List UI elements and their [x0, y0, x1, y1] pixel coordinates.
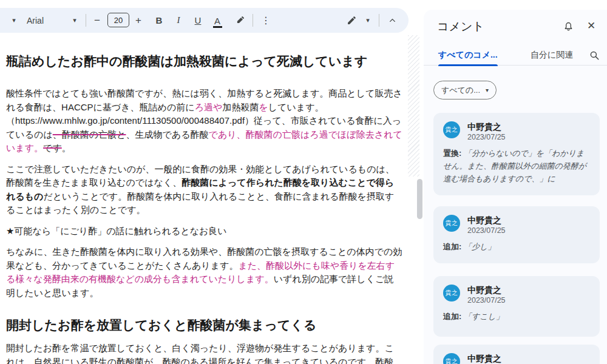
collapse-toolbar-chevron-icon[interactable]	[384, 8, 400, 33]
notifications-bell-icon[interactable]	[561, 18, 575, 33]
avatar: 貴之	[443, 285, 460, 302]
suggested-insertion: を	[259, 102, 268, 112]
formatting-toolbar: ▾ Arial ▾ − 20 + B I U A ⋮ ▾	[0, 8, 409, 33]
toolbar-overflow-caret-icon[interactable]: ▾	[8, 8, 19, 33]
avatar: 貴之	[443, 121, 460, 138]
comment-card[interactable]: 貴之 中野貴之 2023/07/25 追加: 「すこし」	[433, 276, 600, 337]
close-panel-icon[interactable]: ✕	[584, 18, 599, 33]
comment-date: 2023/07/25	[467, 296, 506, 305]
font-family-caret-icon[interactable]: ▾	[69, 8, 80, 33]
tab-all-comments[interactable]: すべてのコメ...	[438, 45, 498, 66]
tab-for-you[interactable]: 自分に関連	[531, 45, 573, 66]
doc-heading-2: 開封したお酢を放置しておくと酢酸菌が集まってくる	[6, 316, 402, 334]
avatar: 貴之	[443, 353, 460, 364]
suggested-insertion: ろ過や	[195, 102, 223, 112]
increase-font-size-button[interactable]: +	[132, 8, 145, 33]
comment-date: 2023/07/25	[467, 226, 506, 235]
bold-button[interactable]: B	[152, 8, 166, 33]
toolbar-more-options-icon[interactable]: ⋮	[259, 8, 273, 33]
comment-author: 中野貴之	[467, 122, 501, 133]
editing-mode-pencil-icon[interactable]	[344, 8, 359, 33]
comment-card[interactable]: 貴之 中野貴之	[433, 345, 600, 364]
comment-body: 追加: 「すこし」	[443, 310, 591, 323]
doc-paragraph-2: ここで注意していただきたいのが、一般的に食酢の効果・効能としてあげられているもの…	[6, 163, 402, 217]
suggested-deletion: です	[43, 143, 62, 153]
highlight-color-icon[interactable]	[232, 8, 248, 33]
search-comments-icon[interactable]	[586, 47, 602, 63]
toolbar-separator	[379, 14, 379, 27]
italic-button[interactable]: I	[171, 8, 186, 33]
document-canvas[interactable]: 瓶詰めしたお酢中の酢酸菌は加熱殺菌によって死滅しています 酸性条件ではとても強い…	[6, 52, 402, 364]
comment-author: 中野貴之	[467, 285, 501, 296]
font-size-input[interactable]: 20	[107, 13, 129, 27]
text-color-button[interactable]: A	[210, 8, 225, 33]
toolbar-separator	[253, 14, 253, 27]
doc-url-text: https://www.mhlw.go.jp/content/11130500/…	[15, 115, 245, 126]
toolbar-separator	[86, 14, 86, 27]
comment-card[interactable]: 貴之 中野貴之 2023/07/25 置換: 「分からないので」を「わかりません…	[433, 113, 600, 195]
page-edge-hatch-pattern	[408, 35, 419, 177]
doc-note-line: ★可能なら「にごり酢」の話に触れられるとなお良い	[6, 224, 402, 238]
comment-author: 中野貴之	[467, 354, 501, 364]
doc-paragraph-1: 酸性条件ではとても強い酢酸菌ですが、熱には弱く、加熱すると死滅します。商品として…	[6, 87, 402, 155]
font-family-select[interactable]: Arial	[27, 8, 57, 33]
comment-body: 追加: 「少し」	[443, 240, 591, 253]
chevron-down-icon: ▾	[486, 87, 489, 93]
decrease-font-size-button[interactable]: −	[90, 8, 104, 33]
comments-panel: コメント ✕ すべてのコメ... 自分に関連 すべての...▾ 貴之 中野貴之 …	[424, 10, 607, 364]
doc-paragraph-3: ちなみに、生きた酢酸菌を体内に取り入れる効果や、酢酸菌の亡骸を摂取することの体内…	[6, 245, 402, 300]
avatar: 貴之	[443, 215, 460, 232]
doc-heading-1: 瓶詰めしたお酢中の酢酸菌は加熱殺菌によって死滅しています	[6, 52, 402, 70]
comment-card[interactable]: 貴之 中野貴之 2023/07/25 追加: 「少し」	[433, 206, 600, 263]
document-scrollbar-thumb[interactable]	[417, 179, 422, 219]
comments-panel-title: コメント	[437, 19, 484, 35]
comment-date: 2023/07/25	[467, 133, 506, 141]
editing-mode-caret-icon[interactable]: ▾	[362, 8, 373, 33]
comments-filter-dropdown[interactable]: すべての...▾	[433, 81, 497, 99]
underline-button[interactable]: U	[191, 8, 205, 33]
doc-paragraph-4: 開封したお酢を常温で放置しておくと、白く濁ったり、浮遊物が発生することがあります…	[6, 342, 402, 364]
suggested-deletion: 、酢酸菌の亡骸と	[53, 129, 126, 140]
comment-body: 置換: 「分からないので」を「わかりません。また、酢酸菌以外の細菌の発酵が進む場…	[443, 147, 591, 185]
comments-tabs: すべてのコメ... 自分に関連	[424, 45, 607, 66]
comment-author: 中野貴之	[467, 215, 501, 226]
